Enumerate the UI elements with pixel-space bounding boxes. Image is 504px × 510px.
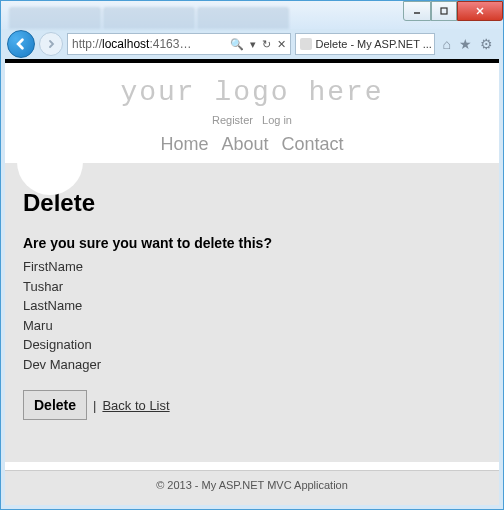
nav-contact[interactable]: Contact (282, 134, 344, 154)
dropdown-icon[interactable]: ▾ (250, 38, 256, 51)
form-actions: Delete | Back to List (23, 390, 481, 420)
svg-rect-1 (441, 8, 447, 14)
background-tab[interactable] (197, 7, 289, 29)
url-port: :4163 (149, 37, 179, 51)
field-value: Maru (23, 316, 481, 336)
minimize-button[interactable] (403, 1, 431, 21)
confirm-text: Are you sure you want to delete this? (23, 235, 481, 251)
nav-about[interactable]: About (221, 134, 268, 154)
address-bar: http://localhost:4163… 🔍 ▾ ↻ ✕ Delete - … (1, 29, 503, 59)
register-link[interactable]: Register (212, 114, 253, 126)
background-tabs (9, 1, 289, 29)
url-prefix: http:// (72, 37, 102, 51)
favicon-icon (300, 38, 312, 50)
separator: | (93, 398, 96, 413)
home-icon[interactable]: ⌂ (443, 36, 451, 52)
page-heading: Delete (23, 189, 481, 217)
browser-window: http://localhost:4163… 🔍 ▾ ↻ ✕ Delete - … (0, 0, 504, 510)
favorites-icon[interactable]: ★ (459, 36, 472, 52)
nav-forward-button[interactable] (39, 32, 63, 56)
nav-back-button[interactable] (7, 30, 35, 58)
url-input[interactable]: http://localhost:4163… 🔍 ▾ ↻ ✕ (67, 33, 291, 55)
window-close-button[interactable] (457, 1, 503, 21)
refresh-icon[interactable]: ↻ (262, 38, 271, 51)
titlebar (1, 1, 503, 29)
account-links: Register Log in (5, 114, 499, 126)
url-ellipsis: … (179, 37, 191, 51)
background-tab[interactable] (103, 7, 195, 29)
browser-tab[interactable]: Delete - My ASP.NET ... × (295, 33, 435, 55)
back-to-list-link[interactable]: Back to List (102, 398, 169, 413)
field-value: Tushar (23, 277, 481, 297)
record-fields: FirstName Tushar LastName Maru Designati… (23, 257, 481, 374)
search-icon[interactable]: 🔍 (230, 38, 244, 51)
field-label: LastName (23, 296, 481, 316)
site-logo: your logo here (5, 77, 499, 108)
stop-icon[interactable]: ✕ (277, 38, 286, 51)
avatar-placeholder (17, 129, 83, 195)
background-tab[interactable] (9, 7, 101, 29)
settings-icon[interactable]: ⚙ (480, 36, 493, 52)
spacer (5, 462, 499, 470)
nav-home[interactable]: Home (160, 134, 208, 154)
maximize-button[interactable] (431, 1, 457, 21)
browser-tools: ⌂ ★ ⚙ (439, 36, 497, 52)
delete-button[interactable]: Delete (23, 390, 87, 420)
field-label: FirstName (23, 257, 481, 277)
page-content: your logo here Register Log in Home Abou… (5, 59, 499, 505)
url-host: localhost (102, 37, 149, 51)
field-value: Dev Manager (23, 355, 481, 375)
login-link[interactable]: Log in (262, 114, 292, 126)
site-footer: © 2013 - My ASP.NET MVC Application (5, 470, 499, 505)
tab-title: Delete - My ASP.NET ... (316, 38, 432, 50)
url-toolbar: 🔍 ▾ ↻ ✕ (230, 38, 286, 51)
window-controls (403, 1, 503, 21)
page-body: Delete Are you sure you want to delete t… (5, 163, 499, 462)
field-label: Designation (23, 335, 481, 355)
